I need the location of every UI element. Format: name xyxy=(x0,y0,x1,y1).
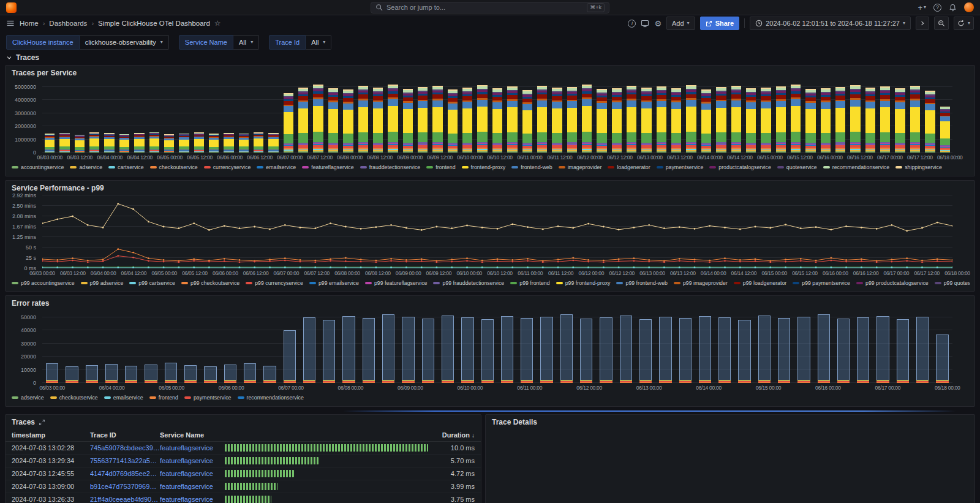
service-name-link[interactable]: featureflagservice xyxy=(160,470,225,477)
stacked-bar[interactable] xyxy=(746,80,756,153)
stacked-bar[interactable] xyxy=(731,80,741,153)
stacked-bar[interactable] xyxy=(597,80,606,153)
stacked-bar[interactable] xyxy=(910,80,920,153)
stacked-bar[interactable] xyxy=(209,80,219,153)
legend-item-p99 quoteservice[interactable]: p99 quoteservice xyxy=(935,280,970,286)
error-bar[interactable] xyxy=(86,311,98,383)
legend-item-currencyservice[interactable]: currencyservice xyxy=(204,164,251,170)
stacked-bar[interactable] xyxy=(343,80,353,153)
stacked-bar[interactable] xyxy=(716,80,726,153)
error-bar[interactable] xyxy=(837,311,850,383)
service-name-dropdown[interactable]: All ▾ xyxy=(233,35,259,50)
panel-title[interactable]: Trace Details xyxy=(486,415,974,428)
error-bar[interactable] xyxy=(580,311,592,383)
stacked-bar[interactable] xyxy=(492,80,502,153)
breadcrumb-home[interactable]: Home xyxy=(20,20,39,27)
traces-per-service-chart[interactable]: 010000002000000300000040000005000000 xyxy=(10,80,970,153)
stacked-bar[interactable] xyxy=(657,80,666,153)
service-name-link[interactable]: featureflagservice xyxy=(160,496,225,503)
error-bar[interactable] xyxy=(165,311,177,383)
plot-area[interactable] xyxy=(42,80,952,153)
error-bar[interactable] xyxy=(125,311,137,383)
error-bar[interactable] xyxy=(936,311,948,383)
stacked-bar[interactable] xyxy=(552,80,562,153)
legend-item-p99 frontend[interactable]: p99 frontend xyxy=(510,280,549,286)
time-range-picker[interactable]: 2024-06-02 12:01:51 to 2024-06-18 11:27:… xyxy=(750,17,911,30)
error-bar[interactable] xyxy=(105,311,118,383)
legend-item-p99 checkoutservice[interactable]: p99 checkoutservice xyxy=(181,280,239,286)
error-bar[interactable] xyxy=(481,311,494,383)
stacked-bar[interactable] xyxy=(880,80,890,153)
legend-item-p99 emailservice[interactable]: p99 emailservice xyxy=(309,280,359,286)
column-header-timestamp[interactable]: timestamp xyxy=(12,431,90,439)
legend-item-frontend-web[interactable]: frontend-web xyxy=(511,164,552,170)
trace-id-link[interactable]: b91ce47d753709695f1d... xyxy=(90,483,160,490)
error-bar[interactable] xyxy=(303,311,315,383)
stacked-bar[interactable] xyxy=(164,80,174,153)
error-bar[interactable] xyxy=(263,311,276,383)
stacked-bar[interactable] xyxy=(59,80,69,153)
stacked-bar[interactable] xyxy=(895,80,905,153)
stacked-bar[interactable] xyxy=(268,80,278,153)
trace-id-dropdown[interactable]: All ▾ xyxy=(306,35,331,50)
legend-item-recommendationservice[interactable]: recommendationservice xyxy=(238,395,304,401)
error-bar[interactable] xyxy=(323,311,335,383)
legend-item-productcatalogservice[interactable]: productcatalogservice xyxy=(709,164,771,170)
legend-item-featureflagservice[interactable]: featureflagservice xyxy=(302,164,353,170)
plot-area[interactable] xyxy=(42,195,952,268)
stacked-bar[interactable] xyxy=(373,80,383,153)
legend-item-p99 frontend-web[interactable]: p99 frontend-web xyxy=(616,280,667,286)
stacked-bar[interactable] xyxy=(224,80,233,153)
row-traces-toggle[interactable]: Traces xyxy=(0,53,980,65)
error-bar[interactable] xyxy=(818,311,830,383)
error-bar[interactable] xyxy=(422,311,434,383)
legend-item-p99 adservice[interactable]: p99 adservice xyxy=(81,280,124,286)
stacked-bar[interactable] xyxy=(612,80,622,153)
trace-id-link[interactable]: 745a59078cbdeec39b7... xyxy=(90,444,160,452)
stacked-bar[interactable] xyxy=(686,80,696,153)
legend-item-loadgenerator[interactable]: loadgenerator xyxy=(608,164,650,170)
stacked-bar[interactable] xyxy=(89,80,99,153)
error-bar[interactable] xyxy=(560,311,573,383)
stacked-bar[interactable] xyxy=(179,80,189,153)
column-header-duration[interactable]: Duration↓ xyxy=(435,431,475,439)
stacked-bar[interactable] xyxy=(761,80,771,153)
legend-item-p99 currencyservice[interactable]: p99 currencyservice xyxy=(246,280,303,286)
legend-item-imageprovider[interactable]: imageprovider xyxy=(559,164,602,170)
stacked-bar[interactable] xyxy=(835,80,845,153)
stacked-bar[interactable] xyxy=(925,80,935,153)
error-bar[interactable] xyxy=(244,311,256,383)
stacked-bar[interactable] xyxy=(940,80,950,153)
column-header-service-name[interactable]: Service Name xyxy=(160,431,225,439)
stacked-bar[interactable] xyxy=(149,80,159,153)
stacked-bar[interactable] xyxy=(791,80,801,153)
legend-item-emailservice[interactable]: emailservice xyxy=(104,395,143,401)
error-bar[interactable] xyxy=(342,311,355,383)
panel-title[interactable]: Service Performance - p99 xyxy=(6,181,974,194)
stacked-bar[interactable] xyxy=(328,80,338,153)
stacked-bar[interactable] xyxy=(582,80,592,153)
stacked-bar[interactable] xyxy=(627,80,636,153)
legend-item-p99 frauddetectionservice[interactable]: p99 frauddetectionservice xyxy=(433,280,504,286)
legend-item-emailservice[interactable]: emailservice xyxy=(257,164,296,170)
stacked-bar[interactable] xyxy=(776,80,786,153)
stacked-bar[interactable] xyxy=(641,80,651,153)
legend-item-p99 paymentservice[interactable]: p99 paymentservice xyxy=(793,280,850,286)
legend-item-paymentservice[interactable]: paymentservice xyxy=(184,395,232,401)
notifications-button[interactable] xyxy=(949,4,957,12)
error-bar[interactable] xyxy=(402,311,414,383)
legend-item-adservice[interactable]: adservice xyxy=(12,395,44,401)
table-row[interactable]: 2024-07-03 12:45:5541474d0769d85ee2828..… xyxy=(6,467,481,480)
stacked-bar[interactable] xyxy=(194,80,204,153)
trace-id-link[interactable]: 21ff4a0ceeaeb4fd90af0... xyxy=(90,496,160,503)
stacked-bar[interactable] xyxy=(75,80,85,153)
zoom-out-button[interactable] xyxy=(934,17,949,30)
error-bar[interactable] xyxy=(639,311,652,383)
error-bar[interactable] xyxy=(778,311,790,383)
dashboard-settings-button[interactable]: ⚙ xyxy=(654,20,662,28)
stacked-bar[interactable] xyxy=(45,80,55,153)
stacked-bar[interactable] xyxy=(298,80,308,153)
panel-title[interactable]: Traces xyxy=(6,415,481,428)
legend-item-frontend-proxy[interactable]: frontend-proxy xyxy=(462,164,506,170)
error-bar[interactable] xyxy=(521,311,533,383)
